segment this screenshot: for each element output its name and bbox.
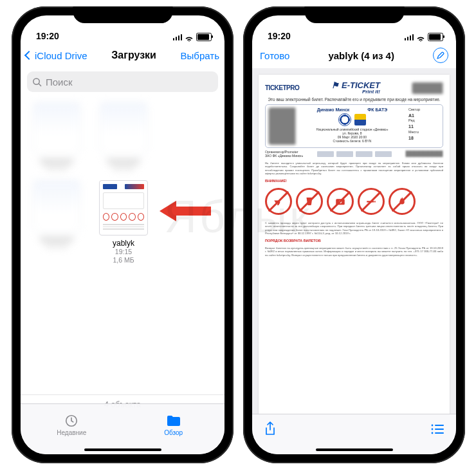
svg-rect-13: [435, 432, 444, 434]
crest-icon: [354, 114, 366, 125]
search-placeholder: Поиск: [46, 77, 73, 88]
home-indicator[interactable]: [316, 448, 393, 451]
notch: [73, 6, 172, 23]
done-button[interactable]: Готово: [260, 50, 289, 61]
no-camera-icon: [327, 188, 354, 215]
wifi-icon: [185, 33, 194, 41]
svg-point-10: [432, 429, 434, 430]
list-icon: [430, 423, 444, 435]
home-indicator[interactable]: [84, 448, 161, 451]
team-away: ФК БАТЭ: [367, 107, 387, 112]
status-time: 19:20: [36, 31, 59, 41]
cellular-icon: [173, 34, 183, 41]
wifi-icon: [416, 33, 425, 41]
back-button[interactable]: iCloud Drive: [26, 50, 87, 61]
pdf-viewport[interactable]: TICKETPRO ⚑ E-TICKET Print it! Это ваш э…: [252, 68, 456, 422]
svg-rect-6: [367, 201, 374, 202]
brand-ticketpro: TICKETPRO: [265, 84, 299, 91]
body-text: С момента прохода через пункт контроля д…: [265, 221, 443, 235]
file-item-yablyk[interactable]: yablyk 19:151,6 МБ: [95, 180, 152, 264]
nav-bar: iCloud Drive Загрузки Выбрать: [21, 42, 224, 69]
promoter-row: Организатор/Promoter ЗАО ФК «Динамо-Минс…: [265, 150, 443, 158]
body-text: На билете находится уникальный штрих-код…: [265, 162, 443, 175]
no-fire-icon: [389, 188, 416, 215]
file-meta: 19:151,6 МБ: [113, 248, 134, 264]
notch: [304, 6, 404, 23]
barcode-icon: [269, 107, 296, 145]
svg-marker-2: [160, 201, 211, 221]
venue-info: Национальный олимпийский стадион «Динамо…: [316, 127, 389, 143]
crest-icon: [338, 113, 351, 126]
status-time: 19:20: [268, 31, 291, 41]
search-input[interactable]: Поиск: [27, 71, 218, 92]
page-title: Загрузки: [111, 50, 156, 61]
document-title: yablyk (4 из 4): [328, 50, 394, 61]
list-button[interactable]: [430, 423, 444, 438]
sponsor-logos: [317, 151, 392, 157]
pdf-page: TICKETPRO ⚑ E-TICKET Print it! Это ваш э…: [259, 75, 450, 416]
heading-return: ПОРЯДОК ВОЗВРАТА БИЛЕТОВ: [265, 239, 443, 243]
share-icon: [264, 421, 277, 437]
no-smoking-icon: [358, 188, 385, 215]
file-thumbnail: [99, 180, 148, 236]
file-name: yablyk: [113, 239, 134, 248]
search-icon: [32, 77, 42, 87]
tab-bar: Недавние Обзор: [21, 403, 224, 454]
body-text: Возврат билетов на культурно-зрелищные м…: [265, 246, 443, 257]
tab-recents[interactable]: Недавние: [21, 404, 123, 445]
tab-browse[interactable]: Обзор: [123, 404, 225, 445]
chevron-left-icon: [24, 51, 33, 60]
svg-point-8: [432, 425, 434, 427]
battery-icon: [428, 33, 443, 41]
svg-rect-11: [435, 429, 444, 430]
phone-frame-left: 19:20 iCloud Drive Загрузки Выбрать Поис…: [12, 6, 233, 463]
seat-info: СекторA1 Ряд11 Место18: [408, 107, 439, 145]
team-home: Динамо Минск: [317, 107, 349, 112]
clock-icon: [64, 414, 78, 428]
barcode-icon: [406, 151, 443, 157]
ticket-subtitle: Это ваш электронный билет. Распечатайте …: [265, 97, 443, 102]
phone-frame-right: 19:20 Готово yablyk (4 из 4) TICKETPRO: [243, 6, 465, 463]
ticket-panel: Динамо Минск ФК БАТЭ Национальный олимпи…: [265, 104, 443, 148]
no-drinks-icon: [296, 188, 323, 215]
nav-bar: Готово yablyk (4 из 4): [252, 42, 456, 68]
barcode-icon: [412, 82, 443, 94]
select-button[interactable]: Выбрать: [181, 50, 219, 61]
prohibition-icons: [265, 188, 443, 215]
svg-rect-7: [374, 201, 376, 202]
battery-icon: [196, 33, 212, 41]
svg-point-5: [339, 201, 342, 204]
file-grid: yablyk 19:151,6 МБ: [21, 97, 224, 269]
svg-rect-4: [336, 199, 345, 205]
svg-point-12: [432, 432, 434, 434]
file-blurred[interactable]: [28, 102, 85, 176]
folder-icon: [166, 414, 181, 428]
cellular-icon: [405, 34, 414, 41]
screen-right: 19:20 Готово yablyk (4 из 4) TICKETPRO: [252, 15, 456, 454]
no-weapons-icon: [265, 188, 292, 215]
share-button[interactable]: [264, 421, 277, 439]
markup-button[interactable]: [433, 48, 448, 63]
pen-icon: [437, 51, 444, 59]
svg-line-1: [39, 84, 41, 86]
annotation-arrow: [160, 199, 211, 223]
brand-eticket: ⚑ E-TICKET Print it!: [331, 81, 380, 95]
heading-attention: ВНИМАНИЕ!: [265, 179, 443, 183]
svg-rect-9: [435, 425, 444, 426]
file-blurred[interactable]: [28, 180, 85, 254]
screen-left: 19:20 iCloud Drive Загрузки Выбрать Поис…: [21, 15, 224, 454]
file-blurred[interactable]: [95, 102, 152, 176]
